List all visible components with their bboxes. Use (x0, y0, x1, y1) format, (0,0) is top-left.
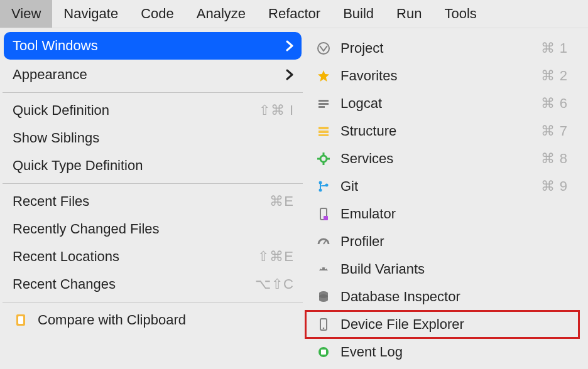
svg-point-23 (319, 294, 328, 298)
menu-item-structure[interactable]: Structure ⌘ 7 (305, 117, 579, 145)
menu-separator (3, 183, 303, 184)
menu-item-shortcut: ⌘ 8 (541, 151, 568, 167)
menu-item-recent-files[interactable]: Recent Files ⌘E (0, 188, 305, 215)
menu-item-shortcut: ⇧⌘E (258, 249, 294, 265)
svg-rect-8 (318, 134, 329, 136)
event-log-icon (315, 344, 332, 360)
svg-line-19 (324, 240, 326, 244)
svg-rect-7 (318, 131, 329, 133)
menubar-item-navigate[interactable]: Navigate (52, 0, 129, 28)
svg-rect-27 (321, 350, 326, 355)
menu-item-git[interactable]: Git ⌘ 9 (305, 173, 579, 200)
menu-item-recent-changes[interactable]: Recent Changes ⌥⇧C (0, 270, 305, 298)
menu-item-profiler[interactable]: Profiler (305, 228, 579, 255)
android-icon (315, 261, 332, 277)
device-icon (315, 316, 332, 333)
menu-item-label: Favorites (340, 68, 541, 84)
menu-item-build-variants[interactable]: Build Variants (305, 255, 579, 283)
menu-item-shortcut: ⌥⇧C (255, 276, 294, 292)
menu-item-event-log[interactable]: Event Log (305, 338, 579, 366)
menu-item-shortcut: ⌘ 9 (541, 178, 568, 195)
chevron-right-icon (285, 40, 294, 51)
menu-item-shortcut: ⌘E (270, 193, 294, 210)
structure-icon (315, 123, 332, 139)
git-branch-icon (315, 178, 332, 195)
menu-item-quick-definition[interactable]: Quick Definition ⇧⌘ I (0, 97, 305, 124)
menu-item-recent-locations[interactable]: Recent Locations ⇧⌘E (0, 243, 305, 270)
tool-windows-submenu: Project ⌘ 1 Favorites ⌘ 2 Logcat ⌘ 6 Str… (305, 28, 579, 369)
menu-item-label: Services (340, 151, 541, 167)
menu-item-label: Build Variants (340, 261, 568, 277)
menubar-item-refactor[interactable]: Refactor (257, 0, 332, 28)
menubar-item-code[interactable]: Code (129, 0, 185, 28)
menu-item-label: Recent Changes (13, 276, 255, 292)
menubar-item-view[interactable]: View (0, 0, 52, 28)
menu-item-compare-with-clipboard[interactable]: Compare with Clipboard (0, 306, 305, 334)
logcat-icon (315, 95, 332, 112)
project-icon (315, 40, 332, 56)
profiler-gauge-icon (315, 233, 332, 250)
menu-item-label: Event Log (340, 344, 568, 360)
menu-item-database-inspector[interactable]: Database Inspector (305, 283, 579, 311)
menu-item-label: Quick Type Definition (13, 158, 294, 174)
app-menubar: View Navigate Code Analyze Refactor Buil… (0, 0, 588, 28)
menubar-item-analyze[interactable]: Analyze (185, 0, 257, 28)
menu-item-label: Recent Files (13, 193, 270, 210)
menu-item-shortcut: ⌘ 6 (541, 95, 568, 112)
menu-item-label: Appearance (13, 67, 280, 83)
svg-point-15 (319, 189, 322, 192)
menubar-item-run[interactable]: Run (385, 0, 433, 28)
svg-rect-4 (318, 103, 329, 105)
menubar-label: Build (343, 6, 374, 22)
menu-item-device-file-explorer[interactable]: Device File Explorer (305, 311, 579, 338)
menu-item-label: Show Siblings (13, 130, 294, 146)
svg-rect-18 (324, 216, 328, 220)
menu-item-show-siblings[interactable]: Show Siblings (0, 124, 305, 152)
menu-item-services[interactable]: Services ⌘ 8 (305, 145, 579, 173)
svg-rect-6 (318, 127, 329, 129)
menu-item-label: Device File Explorer (340, 316, 568, 333)
svg-point-9 (320, 156, 327, 162)
svg-rect-1 (18, 316, 23, 324)
svg-point-2 (318, 43, 329, 54)
menu-separator (3, 302, 303, 302)
menubar-label: Code (141, 6, 174, 22)
menu-item-recently-changed-files[interactable]: Recently Changed Files (0, 215, 305, 243)
database-icon (315, 289, 332, 305)
menu-item-label: Database Inspector (340, 289, 568, 305)
svg-rect-5 (318, 106, 325, 108)
menu-item-label: Structure (340, 123, 541, 139)
svg-rect-3 (318, 100, 329, 102)
menu-item-project[interactable]: Project ⌘ 1 (305, 35, 579, 62)
chevron-right-icon (285, 69, 294, 80)
menubar-label: Refactor (268, 6, 320, 22)
menu-item-emulator[interactable]: Emulator (305, 200, 579, 228)
emulator-icon (315, 206, 332, 222)
menu-item-shortcut: ⌘ 2 (541, 68, 568, 84)
menubar-label: View (11, 6, 41, 22)
menubar-label: Analyze (197, 6, 246, 22)
menu-item-label: Git (340, 178, 541, 195)
menu-item-logcat[interactable]: Logcat ⌘ 6 (305, 90, 579, 117)
menu-item-quick-type-definition[interactable]: Quick Type Definition (0, 152, 305, 179)
svg-point-20 (321, 268, 322, 269)
menu-item-shortcut: ⇧⌘ I (259, 102, 294, 119)
view-menu-dropdown: Tool Windows Appearance Quick Definition… (0, 28, 305, 369)
menubar-label: Tools (444, 6, 476, 22)
svg-point-21 (325, 268, 326, 269)
menu-item-favorites[interactable]: Favorites ⌘ 2 (305, 62, 579, 90)
svg-point-14 (319, 181, 322, 184)
menu-item-label: Compare with Clipboard (38, 312, 294, 328)
menu-item-label: Profiler (340, 233, 568, 250)
menu-item-tool-windows[interactable]: Tool Windows (4, 32, 302, 60)
clipboard-compare-icon (13, 312, 29, 328)
star-icon (315, 68, 332, 84)
menu-item-label: Recently Changed Files (13, 221, 294, 237)
menubar-item-build[interactable]: Build (332, 0, 385, 28)
menu-item-label: Project (340, 40, 541, 56)
menu-item-shortcut: ⌘ 1 (541, 40, 568, 56)
menubar-item-tools[interactable]: Tools (433, 0, 487, 28)
svg-point-25 (323, 328, 325, 329)
menu-item-appearance[interactable]: Appearance (0, 61, 305, 88)
menubar-label: Navigate (63, 6, 118, 22)
